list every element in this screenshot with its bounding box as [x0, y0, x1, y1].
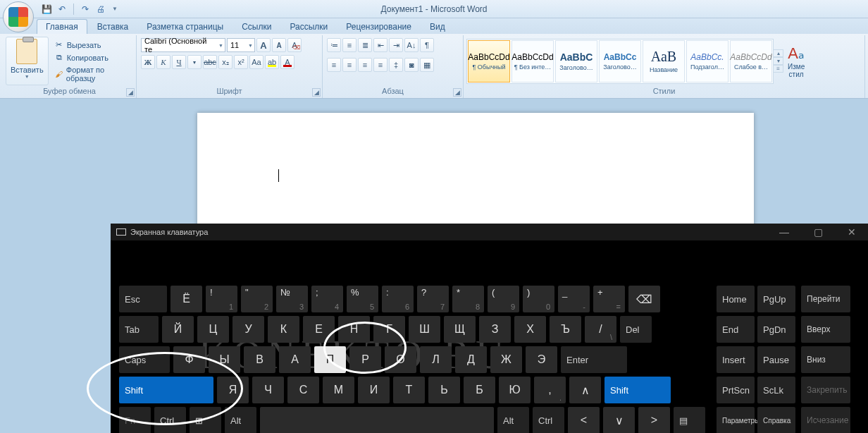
key-Вниз[interactable]: Вниз — [801, 346, 850, 373]
style-emphasis[interactable]: AaBbCcDdСлабое в… — [730, 40, 772, 83]
key-М[interactable]: М — [323, 377, 354, 403]
save-icon[interactable]: 💾 — [41, 4, 52, 15]
key-Я[interactable]: Я — [217, 377, 249, 403]
key-Ctrl[interactable]: Ctrl — [533, 407, 564, 433]
key-space[interactable] — [260, 407, 494, 433]
styles-scroll[interactable]: ▴▾≡ — [774, 49, 783, 73]
key-№[interactable]: №3 — [276, 286, 308, 312]
align-center-button[interactable]: ≡ — [342, 58, 356, 72]
key-Вверх[interactable]: Вверх — [801, 316, 850, 343]
key-А[interactable]: А — [279, 346, 311, 373]
undo-icon[interactable]: ↶ — [56, 4, 68, 15]
sort-button[interactable]: A↓ — [404, 38, 418, 52]
key-Л[interactable]: Л — [420, 346, 452, 373]
key-Е[interactable]: Е — [303, 316, 335, 343]
key-%[interactable]: %5 — [347, 286, 378, 312]
key-Ю[interactable]: Ю — [499, 377, 531, 403]
close-button[interactable]: ✕ — [841, 226, 862, 238]
font-launcher[interactable]: ◢ — [312, 88, 321, 97]
align-right-button[interactable]: ≡ — [358, 58, 372, 72]
key-Esc[interactable]: Esc — [119, 286, 167, 312]
key-/[interactable]: /\ — [585, 316, 616, 343]
key-И[interactable]: И — [358, 377, 390, 403]
redo-icon[interactable]: ↷ — [80, 4, 91, 15]
key-Б[interactable]: Б — [464, 377, 495, 403]
key-Исчезание[interactable]: Исчезание — [801, 407, 850, 433]
qat-dropdown-icon[interactable]: ▼ — [112, 6, 118, 12]
print-icon[interactable]: 🖨 — [95, 4, 106, 15]
paste-button[interactable]: Вставить ▼ — [6, 37, 49, 85]
key-<[interactable]: < — [568, 407, 600, 433]
key-З[interactable]: З — [479, 316, 511, 343]
key-Home[interactable]: Home — [717, 286, 755, 312]
copy-button[interactable]: ⧉Копировать — [53, 52, 133, 63]
key-Ф[interactable]: Ф — [173, 346, 205, 373]
key-Н[interactable]: Н — [338, 316, 370, 343]
key-Ь[interactable]: Ь — [428, 377, 460, 403]
highlight-button[interactable]: ab — [265, 55, 279, 69]
key-Ы[interactable]: Ы — [209, 346, 240, 373]
key-Г[interactable]: Г — [373, 316, 405, 343]
key-Р[interactable]: Р — [349, 346, 381, 373]
tab-references[interactable]: Ссылки — [233, 20, 280, 34]
paragraph-launcher[interactable]: ◢ — [453, 88, 461, 97]
maximize-button[interactable]: ▢ — [807, 226, 829, 238]
align-left-button[interactable]: ≡ — [327, 58, 341, 72]
font-color-button[interactable]: A — [280, 55, 294, 69]
tab-home[interactable]: Главная — [37, 19, 87, 34]
line-spacing-button[interactable]: ‡ — [389, 58, 403, 72]
tab-insert[interactable]: Вставка — [89, 20, 137, 34]
key-PgDn[interactable]: PgDn — [757, 316, 795, 343]
office-button[interactable] — [3, 1, 34, 32]
key-П[interactable]: П — [314, 346, 346, 373]
font-name-select[interactable]: Calibri (Основной те▼ — [141, 38, 225, 52]
key-Т[interactable]: Т — [393, 377, 425, 403]
key-Shift[interactable]: Shift — [119, 377, 213, 403]
key-Э[interactable]: Э — [526, 346, 557, 373]
key-⊞[interactable]: ⊞ — [190, 407, 221, 433]
key-([interactable]: (9 — [488, 286, 519, 312]
strike-button[interactable]: abc — [203, 55, 217, 69]
clear-format-button[interactable]: A⌫ — [287, 38, 302, 52]
change-case-button[interactable]: Aa — [249, 55, 264, 69]
increase-indent-button[interactable]: ⇥ — [389, 38, 403, 52]
key-)[interactable]: )0 — [523, 286, 554, 312]
key-End[interactable]: End — [717, 316, 755, 343]
key-Pause[interactable]: Pause — [757, 346, 795, 373]
key-Alt[interactable]: Alt — [225, 407, 256, 433]
key-Caps[interactable]: Caps — [119, 346, 170, 373]
key-В[interactable]: В — [244, 346, 275, 373]
tab-view[interactable]: Вид — [421, 20, 454, 34]
italic-button[interactable]: К — [156, 55, 170, 69]
key-Перейти[interactable]: Перейти — [801, 286, 850, 312]
clipboard-launcher[interactable]: ◢ — [126, 88, 135, 97]
style-subtitle[interactable]: AaBbCc.Подзагол… — [686, 40, 728, 83]
key-С[interactable]: С — [287, 377, 319, 403]
key-Shift[interactable]: Shift — [604, 377, 671, 403]
osk-title-bar[interactable]: Экранная клавиатура — ▢ ✕ — [111, 224, 868, 240]
key-Д[interactable]: Д — [455, 346, 487, 373]
key-У[interactable]: У — [232, 316, 264, 343]
key-Ctrl[interactable]: Ctrl — [154, 407, 186, 433]
key-?[interactable]: ?7 — [417, 286, 449, 312]
multilevel-button[interactable]: ≣ — [358, 38, 372, 52]
key-Ш[interactable]: Ш — [409, 316, 440, 343]
key-Ъ[interactable]: Ъ — [550, 316, 581, 343]
key-Fn[interactable]: Fn — [119, 407, 151, 433]
underline-button[interactable]: Ч — [172, 55, 186, 69]
font-size-select[interactable]: 11▼ — [227, 38, 255, 52]
key-Закрепить[interactable]: Закрепить — [801, 377, 850, 403]
numbering-button[interactable]: ≡ — [342, 38, 356, 52]
show-marks-button[interactable]: ¶ — [420, 38, 434, 52]
key-PrtScn[interactable]: PrtScn — [717, 377, 755, 403]
key-▤[interactable]: ▤ — [674, 407, 705, 433]
key-Ц[interactable]: Ц — [197, 316, 229, 343]
style-title[interactable]: АаВНазвание — [643, 40, 685, 83]
justify-button[interactable]: ≡ — [373, 58, 388, 72]
key-К[interactable]: К — [268, 316, 299, 343]
key-Щ[interactable]: Щ — [444, 316, 476, 343]
change-styles-button[interactable]: Aₐ Изме стил — [783, 44, 809, 78]
tab-review[interactable]: Рецензирование — [337, 20, 420, 34]
shading-button[interactable]: ◙ — [404, 58, 418, 72]
decrease-indent-button[interactable]: ⇤ — [373, 38, 388, 52]
